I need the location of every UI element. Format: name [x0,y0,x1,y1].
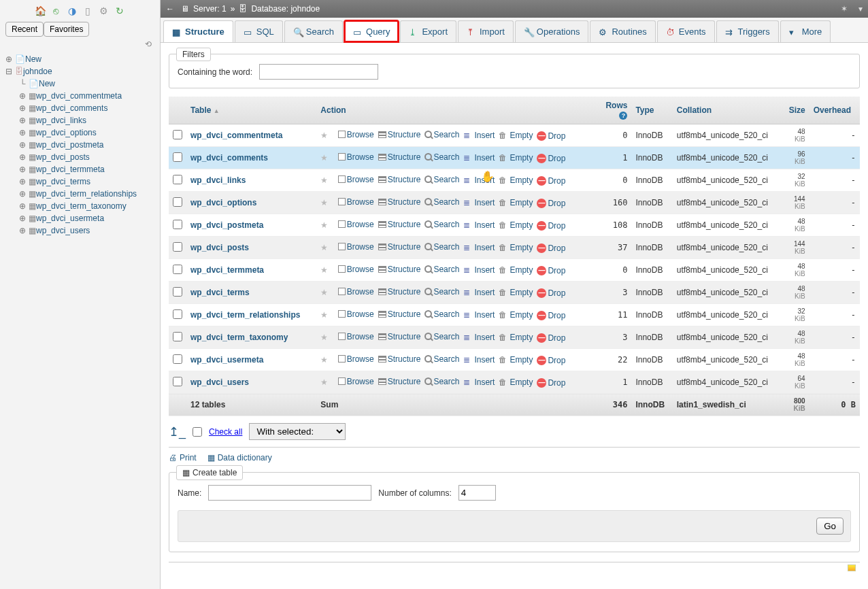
table-row[interactable]: wp_dvci_posts★BrowseStructureSearch≣Inse… [169,237,860,259]
table-name-link[interactable]: wp_dvci_term_taxonomy [190,333,288,342]
data-dictionary-link[interactable]: ▦Data dictionary [207,453,272,462]
insert-action[interactable]: ≣Insert [463,175,495,185]
home-icon[interactable]: 🏠 [35,5,46,16]
drop-action[interactable]: —Drop [537,154,565,163]
favorite-icon[interactable]: ★ [320,198,328,207]
print-link[interactable]: 🖨Print [169,453,197,462]
row-checkbox[interactable] [173,220,182,229]
filters-input[interactable] [259,64,378,80]
structure-action[interactable]: Structure [378,332,421,341]
browse-action[interactable]: Browse [338,377,374,386]
search-action[interactable]: Search [424,242,459,252]
search-action[interactable]: Search [424,152,459,162]
tree-expand-icon[interactable]: ⊕ [4,54,14,64]
empty-action[interactable]: 🗑Empty [499,198,533,207]
structure-action[interactable]: Structure [378,287,421,297]
insert-action[interactable]: ≣Insert [463,355,495,365]
browse-action[interactable]: Browse [338,197,374,207]
reload-icon[interactable]: ↻ [114,5,125,16]
favorite-icon[interactable]: ★ [320,131,328,140]
structure-action[interactable]: Structure [378,354,421,364]
go-button[interactable]: Go [816,518,844,535]
tree-expand-icon[interactable]: ⊕ [18,152,27,162]
tree-expand-icon[interactable]: ⊕ [18,214,27,223]
tab-operations[interactable]: 🔧Operations [515,20,589,42]
structure-action[interactable]: Structure [378,130,421,139]
col-type[interactable]: Type [631,97,672,124]
tree-db-new-link[interactable]: New [39,79,55,88]
favorite-icon[interactable]: ★ [320,265,328,275]
table-row[interactable]: wp_dvci_term_relationships★BrowseStructu… [169,304,860,326]
tree-expand-icon[interactable]: ⊕ [18,128,27,137]
search-action[interactable]: Search [424,130,459,139]
insert-action[interactable]: ≣Insert [463,288,495,297]
table-row[interactable]: wp_dvci_usermeta★BrowseStructureSearch≣I… [169,349,860,371]
gear-icon[interactable]: ⚙ [99,5,110,16]
table-row[interactable]: wp_dvci_links★BrowseStructureSearch≣Inse… [169,169,860,192]
search-action[interactable]: Search [424,354,459,364]
breadcrumb-database[interactable]: Database: johndoe [251,4,320,14]
browse-action[interactable]: Browse [338,287,374,297]
table-name-link[interactable]: wp_dvci_comments [190,153,268,163]
tab-sql[interactable]: ▭SQL [235,20,283,42]
insert-action[interactable]: ≣Insert [463,243,495,252]
structure-action[interactable]: Structure [378,265,421,274]
drop-action[interactable]: —Drop [537,311,565,320]
table-name-link[interactable]: wp_dvci_term_relationships [190,310,300,320]
table-row[interactable]: wp_dvci_termmeta★BrowseStructureSearch≣I… [169,259,860,282]
row-checkbox[interactable] [173,242,182,252]
collapse-panel-icon[interactable]: ⟲ [1,39,158,49]
breadcrumb-server[interactable]: Server: 1 [193,4,227,14]
logout-icon[interactable]: ⎋ [50,5,61,16]
tree-expand-icon[interactable]: ⊕ [18,140,27,150]
table-name-link[interactable]: wp_dvci_links [190,175,246,185]
tree-expand-icon[interactable]: ⊕ [18,177,27,186]
search-action[interactable]: Search [424,197,459,207]
row-checkbox[interactable] [173,354,182,364]
empty-action[interactable]: 🗑Empty [499,175,533,185]
tab-search[interactable]: 🔍Search [284,20,343,42]
browse-action[interactable]: Browse [338,265,374,274]
search-action[interactable]: Search [424,332,459,341]
empty-action[interactable]: 🗑Empty [499,377,533,387]
empty-action[interactable]: 🗑Empty [499,131,533,140]
structure-action[interactable]: Structure [378,309,421,319]
table-row[interactable]: wp_dvci_commentmeta★BrowseStructureSearc… [169,124,860,147]
empty-action[interactable]: 🗑Empty [499,355,533,365]
page-settings-icon[interactable]: ✶ [841,4,848,14]
structure-action[interactable]: Structure [378,242,421,252]
table-name-link[interactable]: wp_dvci_postmeta [190,220,263,230]
tree-table-link[interactable]: wp_dvci_links [36,116,86,125]
empty-action[interactable]: 🗑Empty [499,310,533,320]
tree-expand-icon[interactable]: ⊕ [18,226,27,235]
drop-action[interactable]: —Drop [537,243,565,253]
page-menu-icon[interactable]: ▾ [858,4,863,14]
browse-action[interactable]: Browse [338,242,374,252]
favorite-icon[interactable]: ★ [320,220,328,230]
tree-expand-icon[interactable]: ⊕ [18,91,27,101]
structure-action[interactable]: Structure [378,377,421,386]
tree-collapse-icon[interactable]: ⊟ [4,67,14,76]
browse-action[interactable]: Browse [338,220,374,229]
col-size[interactable]: Size [782,97,809,124]
table-name-link[interactable]: wp_dvci_terms [190,288,250,297]
nav-back-icon[interactable]: ← [166,4,177,14]
tree-table-link[interactable]: wp_dvci_terms [36,177,90,186]
check-all-checkbox[interactable] [193,427,202,437]
row-checkbox[interactable] [173,287,182,297]
favorite-icon[interactable]: ★ [320,153,328,163]
table-name-link[interactable]: wp_dvci_posts [190,243,249,252]
browse-action[interactable]: Browse [338,175,374,184]
search-action[interactable]: Search [424,265,459,274]
col-collation[interactable]: Collation [673,97,782,124]
empty-action[interactable]: 🗑Empty [499,333,533,342]
tab-structure[interactable]: ▦Structure [163,20,233,42]
table-row[interactable]: wp_dvci_users★BrowseStructureSearch≣Inse… [169,371,860,394]
insert-action[interactable]: ≣Insert [463,310,495,320]
row-checkbox[interactable] [173,175,182,184]
search-action[interactable]: Search [424,220,459,229]
create-name-input[interactable] [208,485,371,501]
row-checkbox[interactable] [173,265,182,274]
table-row[interactable]: wp_dvci_terms★BrowseStructureSearch≣Inse… [169,282,860,304]
empty-action[interactable]: 🗑Empty [499,243,533,252]
